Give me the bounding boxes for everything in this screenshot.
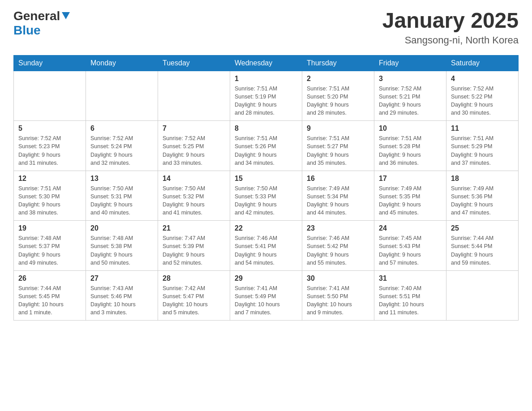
day-number: 10: [379, 124, 442, 133]
calendar-cell: 6Sunrise: 7:52 AM Sunset: 5:24 PM Daylig…: [86, 121, 158, 171]
day-number: 3: [379, 75, 442, 83]
calendar-week-row: 19Sunrise: 7:48 AM Sunset: 5:37 PM Dayli…: [14, 221, 519, 271]
day-info: Sunrise: 7:44 AM Sunset: 5:45 PM Dayligh…: [18, 284, 81, 317]
day-info: Sunrise: 7:50 AM Sunset: 5:31 PM Dayligh…: [90, 184, 153, 217]
month-title: January 2025: [382, 9, 519, 33]
weekday-header-sunday: Sunday: [14, 55, 86, 71]
day-number: 11: [451, 124, 514, 133]
calendar-cell: 14Sunrise: 7:50 AM Sunset: 5:32 PM Dayli…: [158, 171, 230, 221]
calendar-header: SundayMondayTuesdayWednesdayThursdayFrid…: [14, 55, 519, 71]
day-number: 7: [163, 124, 225, 133]
day-info: Sunrise: 7:51 AM Sunset: 5:29 PM Dayligh…: [451, 134, 514, 167]
day-number: 20: [90, 224, 153, 232]
day-info: Sunrise: 7:46 AM Sunset: 5:42 PM Dayligh…: [307, 234, 369, 267]
logo-arrow-icon: [61, 12, 70, 21]
day-info: Sunrise: 7:48 AM Sunset: 5:37 PM Dayligh…: [18, 234, 81, 267]
day-info: Sunrise: 7:51 AM Sunset: 5:26 PM Dayligh…: [235, 134, 297, 167]
day-number: 25: [451, 224, 514, 232]
day-info: Sunrise: 7:51 AM Sunset: 5:27 PM Dayligh…: [307, 134, 369, 167]
weekday-header-saturday: Saturday: [446, 55, 519, 71]
day-info: Sunrise: 7:44 AM Sunset: 5:44 PM Dayligh…: [451, 234, 514, 267]
day-info: Sunrise: 7:52 AM Sunset: 5:24 PM Dayligh…: [90, 134, 153, 167]
day-number: 26: [18, 274, 81, 283]
day-number: 8: [235, 124, 297, 133]
day-number: 16: [307, 175, 369, 183]
day-number: 15: [235, 175, 297, 183]
calendar-cell: 20Sunrise: 7:48 AM Sunset: 5:38 PM Dayli…: [86, 221, 158, 271]
calendar-cell: 1Sunrise: 7:51 AM Sunset: 5:19 PM Daylig…: [230, 71, 302, 121]
calendar-cell: 29Sunrise: 7:41 AM Sunset: 5:49 PM Dayli…: [230, 270, 302, 321]
day-number: 12: [18, 175, 81, 183]
day-info: Sunrise: 7:47 AM Sunset: 5:39 PM Dayligh…: [163, 234, 225, 267]
day-number: 18: [451, 175, 514, 183]
day-info: Sunrise: 7:52 AM Sunset: 5:25 PM Dayligh…: [163, 134, 225, 167]
day-info: Sunrise: 7:52 AM Sunset: 5:22 PM Dayligh…: [451, 85, 514, 117]
calendar-cell: 8Sunrise: 7:51 AM Sunset: 5:26 PM Daylig…: [230, 121, 302, 171]
calendar-cell: 11Sunrise: 7:51 AM Sunset: 5:29 PM Dayli…: [446, 121, 519, 171]
day-info: Sunrise: 7:52 AM Sunset: 5:23 PM Dayligh…: [18, 134, 81, 167]
day-number: 31: [379, 274, 442, 283]
day-number: 29: [235, 274, 297, 283]
weekday-header-wednesday: Wednesday: [230, 55, 302, 71]
day-number: 23: [307, 224, 369, 232]
day-number: 19: [18, 224, 81, 232]
calendar-cell: 30Sunrise: 7:41 AM Sunset: 5:50 PM Dayli…: [302, 270, 374, 321]
svg-marker-0: [62, 12, 70, 19]
calendar-cell: [86, 71, 158, 121]
day-info: Sunrise: 7:51 AM Sunset: 5:20 PM Dayligh…: [307, 85, 369, 117]
day-number: 1: [235, 75, 297, 83]
calendar-cell: 21Sunrise: 7:47 AM Sunset: 5:39 PM Dayli…: [158, 221, 230, 271]
day-number: 2: [307, 75, 369, 83]
day-info: Sunrise: 7:51 AM Sunset: 5:30 PM Dayligh…: [18, 184, 81, 217]
location-title: Sangsong-ni, North Korea: [382, 34, 519, 46]
weekday-header-friday: Friday: [374, 55, 446, 71]
weekday-header-monday: Monday: [86, 55, 158, 71]
calendar-cell: 31Sunrise: 7:40 AM Sunset: 5:51 PM Dayli…: [374, 270, 446, 321]
calendar-cell: 24Sunrise: 7:45 AM Sunset: 5:43 PM Dayli…: [374, 221, 446, 271]
day-info: Sunrise: 7:41 AM Sunset: 5:49 PM Dayligh…: [235, 284, 297, 317]
weekday-header-thursday: Thursday: [302, 55, 374, 71]
calendar-week-row: 12Sunrise: 7:51 AM Sunset: 5:30 PM Dayli…: [14, 171, 519, 221]
day-info: Sunrise: 7:50 AM Sunset: 5:33 PM Dayligh…: [235, 184, 297, 217]
calendar-cell: 7Sunrise: 7:52 AM Sunset: 5:25 PM Daylig…: [158, 121, 230, 171]
day-info: Sunrise: 7:46 AM Sunset: 5:41 PM Dayligh…: [235, 234, 297, 267]
day-info: Sunrise: 7:52 AM Sunset: 5:21 PM Dayligh…: [379, 85, 442, 117]
weekday-header-tuesday: Tuesday: [158, 55, 230, 71]
day-number: 27: [90, 274, 153, 283]
calendar-cell: 18Sunrise: 7:49 AM Sunset: 5:36 PM Dayli…: [446, 171, 519, 221]
calendar-cell: 13Sunrise: 7:50 AM Sunset: 5:31 PM Dayli…: [86, 171, 158, 221]
day-info: Sunrise: 7:49 AM Sunset: 5:36 PM Dayligh…: [451, 184, 514, 217]
day-number: 6: [90, 124, 153, 133]
calendar-cell: 3Sunrise: 7:52 AM Sunset: 5:21 PM Daylig…: [374, 71, 446, 121]
calendar-cell: 28Sunrise: 7:42 AM Sunset: 5:47 PM Dayli…: [158, 270, 230, 321]
day-number: 9: [307, 124, 369, 133]
calendar-cell: 16Sunrise: 7:49 AM Sunset: 5:34 PM Dayli…: [302, 171, 374, 221]
calendar-cell: 26Sunrise: 7:44 AM Sunset: 5:45 PM Dayli…: [14, 270, 86, 321]
logo-general-text: General: [13, 9, 60, 23]
calendar-body: 1Sunrise: 7:51 AM Sunset: 5:19 PM Daylig…: [14, 71, 519, 321]
calendar-week-row: 1Sunrise: 7:51 AM Sunset: 5:19 PM Daylig…: [14, 71, 519, 121]
day-info: Sunrise: 7:50 AM Sunset: 5:32 PM Dayligh…: [163, 184, 225, 217]
title-section: January 2025 Sangsong-ni, North Korea: [382, 9, 519, 46]
calendar-cell: [158, 71, 230, 121]
day-info: Sunrise: 7:41 AM Sunset: 5:50 PM Dayligh…: [307, 284, 369, 317]
calendar-week-row: 5Sunrise: 7:52 AM Sunset: 5:23 PM Daylig…: [14, 121, 519, 171]
day-info: Sunrise: 7:40 AM Sunset: 5:51 PM Dayligh…: [379, 284, 442, 317]
calendar-cell: 4Sunrise: 7:52 AM Sunset: 5:22 PM Daylig…: [446, 71, 519, 121]
day-info: Sunrise: 7:49 AM Sunset: 5:34 PM Dayligh…: [307, 184, 369, 217]
day-number: 21: [163, 224, 225, 232]
calendar-cell: 12Sunrise: 7:51 AM Sunset: 5:30 PM Dayli…: [14, 171, 86, 221]
calendar-cell: 10Sunrise: 7:51 AM Sunset: 5:28 PM Dayli…: [374, 121, 446, 171]
day-number: 24: [379, 224, 442, 232]
day-info: Sunrise: 7:48 AM Sunset: 5:38 PM Dayligh…: [90, 234, 153, 267]
day-info: Sunrise: 7:49 AM Sunset: 5:35 PM Dayligh…: [379, 184, 442, 217]
day-number: 13: [90, 175, 153, 183]
calendar-cell: [446, 270, 519, 321]
day-number: 14: [163, 175, 225, 183]
day-number: 4: [451, 75, 514, 83]
calendar-cell: 19Sunrise: 7:48 AM Sunset: 5:37 PM Dayli…: [14, 221, 86, 271]
logo: General Blue: [13, 9, 70, 38]
calendar-cell: 9Sunrise: 7:51 AM Sunset: 5:27 PM Daylig…: [302, 121, 374, 171]
calendar-cell: 25Sunrise: 7:44 AM Sunset: 5:44 PM Dayli…: [446, 221, 519, 271]
calendar-cell: 17Sunrise: 7:49 AM Sunset: 5:35 PM Dayli…: [374, 171, 446, 221]
